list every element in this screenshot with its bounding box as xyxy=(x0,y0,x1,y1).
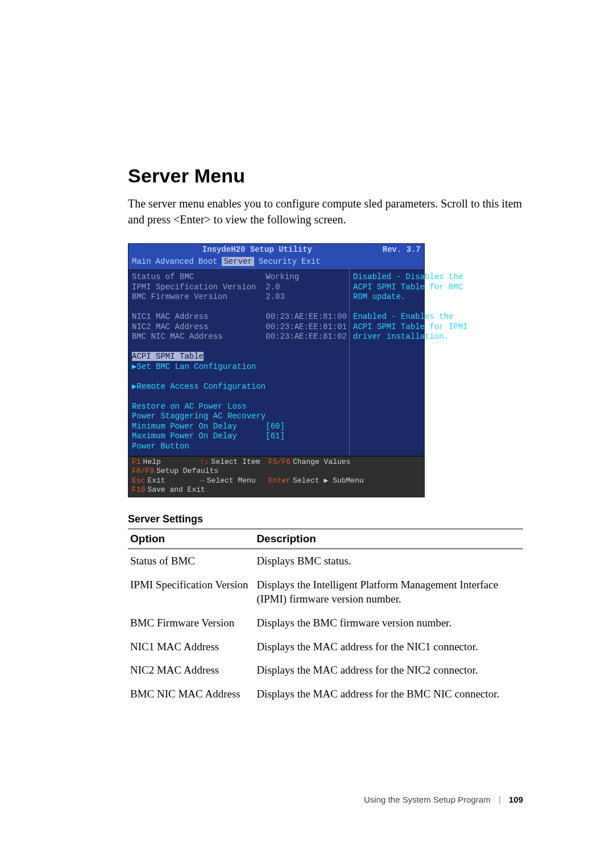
table-row: IPMI Specification VersionDisplays the I… xyxy=(128,573,523,611)
bios-left-pane: Status of BMC WorkingIPMI Specification … xyxy=(128,269,350,456)
bios-key: F10Save and Exit xyxy=(132,485,205,495)
table-title: Server Settings xyxy=(128,513,523,525)
cell-description: Displays BMC status. xyxy=(254,549,523,573)
settings-table: Option Description Status of BMCDisplays… xyxy=(128,529,523,705)
cell-description: Displays the MAC address for the NIC2 co… xyxy=(254,658,523,682)
bios-key: ↔Select Menu xyxy=(200,476,268,485)
cell-option: BMC Firmware Version xyxy=(128,611,254,635)
bios-key-footer: F1Help↑↓Select ItemF5/F6Change ValuesF8/… xyxy=(128,456,424,497)
page: Server Menu The server menu enables you … xyxy=(0,0,614,868)
bios-help-line: ACPI SPMI Table for BMC xyxy=(353,283,468,293)
table-row: NIC1 MAC AddressDisplays the MAC address… xyxy=(128,635,523,659)
bios-help-line xyxy=(353,302,468,313)
bios-item: Restore on AC Power Loss xyxy=(132,402,347,412)
bios-key: EscExit xyxy=(132,476,200,485)
bios-keyrow: F1Help↑↓Select ItemF5/F6Change ValuesF8/… xyxy=(132,458,421,476)
cell-option: BMC NIC MAC Address xyxy=(128,682,254,706)
bios-item: Power Button xyxy=(132,442,347,452)
bios-rev: Rev. 3.7 xyxy=(383,245,421,255)
cell-description: Displays the Intelligent Platform Manage… xyxy=(254,573,523,611)
bios-key: F5/F6Change Values xyxy=(268,458,350,467)
bios-help-pane: Disabled - Disables theACPI SPMI Table f… xyxy=(350,269,471,456)
bios-item: ACPI SPMI Table xyxy=(132,352,347,362)
bios-help-line: ACPI SPMI Table for IPMI xyxy=(353,322,468,333)
cell-description: Displays the MAC address for the NIC1 co… xyxy=(254,635,523,659)
table-row: BMC Firmware VersionDisplays the BMC fir… xyxy=(128,611,523,635)
bios-item: IPMI Specification Version 2.0 xyxy=(132,283,347,293)
bios-menu-security[interactable]: Security xyxy=(259,257,297,266)
footer-sep: | xyxy=(499,795,501,804)
bios-menubar: MainAdvancedBootServerSecurityExit xyxy=(128,256,424,269)
bios-item: NIC1 MAC Address 00:23:AE:EE:81:00 xyxy=(132,312,347,322)
table-row: NIC2 MAC AddressDisplays the MAC address… xyxy=(128,658,523,682)
bios-keyrow: EscExit↔Select MenuEnterSelect ▶ SubMenu… xyxy=(132,476,421,495)
page-footer: Using the System Setup Program | 109 xyxy=(128,795,523,804)
bios-item: Status of BMC Working xyxy=(132,272,347,283)
bios-key: ↑↓Select Item xyxy=(200,458,268,467)
footer-page-number: 109 xyxy=(509,795,523,804)
bios-title: InsydeH20 Setup Utility xyxy=(202,245,312,255)
bios-menu-server[interactable]: Server xyxy=(222,257,254,266)
cell-option: NIC1 MAC Address xyxy=(128,635,254,659)
bios-key: F1Help xyxy=(132,458,200,467)
cell-option: NIC2 MAC Address xyxy=(128,658,254,682)
cell-description: Displays the MAC address for the BMC NIC… xyxy=(254,682,523,706)
table-row: BMC NIC MAC AddressDisplays the MAC addr… xyxy=(128,682,523,706)
cell-option: IPMI Specification Version xyxy=(128,573,254,611)
bios-titlebar: InsydeH20 Setup Utility Rev. 3.7 xyxy=(128,244,424,256)
footer-chapter: Using the System Setup Program xyxy=(364,795,491,804)
bios-item: NIC2 MAC Address 00:23:AE:EE:81:01 xyxy=(132,322,347,333)
cell-description: Displays the BMC firmware version number… xyxy=(254,611,523,635)
bios-key: EnterSelect ▶ SubMenu xyxy=(268,476,364,485)
bios-help-line: driver installation. xyxy=(353,332,468,342)
bios-menu-advanced[interactable]: Advanced xyxy=(156,257,194,266)
cell-option: Status of BMC xyxy=(128,549,254,573)
bios-item: BMC NIC MAC Address 00:23:AE:EE:81:02 xyxy=(132,332,347,342)
bios-item: Minimum Power On Delay [60] xyxy=(132,422,347,432)
bios-item: Power Staggering AC Recovery xyxy=(132,412,347,422)
bios-item: Maximum Power On Delay [61] xyxy=(132,431,347,442)
bios-item: BMC Firmware Version 2.03 xyxy=(132,292,347,302)
bios-item: ▶Set BMC Lan Configuration xyxy=(132,362,347,372)
bios-key: F8/F9Setup Defaults xyxy=(132,467,218,476)
bios-menu-boot[interactable]: Boot xyxy=(198,257,218,266)
col-option: Option xyxy=(128,529,254,549)
bios-help-line: Enabled - Enables the xyxy=(353,312,468,322)
bios-item: ▶Remote Access Configuration xyxy=(132,382,347,392)
bios-menu-exit[interactable]: Exit xyxy=(301,257,321,266)
bios-menu-main[interactable]: Main xyxy=(132,257,151,266)
section-title: Server Menu xyxy=(128,165,523,187)
bios-help-line: Disabled - Disables the xyxy=(353,272,468,283)
bios-screenshot: InsydeH20 Setup Utility Rev. 3.7 MainAdv… xyxy=(128,243,425,497)
table-row: Status of BMCDisplays BMC status. xyxy=(128,549,523,573)
col-description: Description xyxy=(254,529,523,549)
section-intro: The server menu enables you to configure… xyxy=(128,196,523,227)
bios-help-line: ROM update. xyxy=(353,292,468,302)
